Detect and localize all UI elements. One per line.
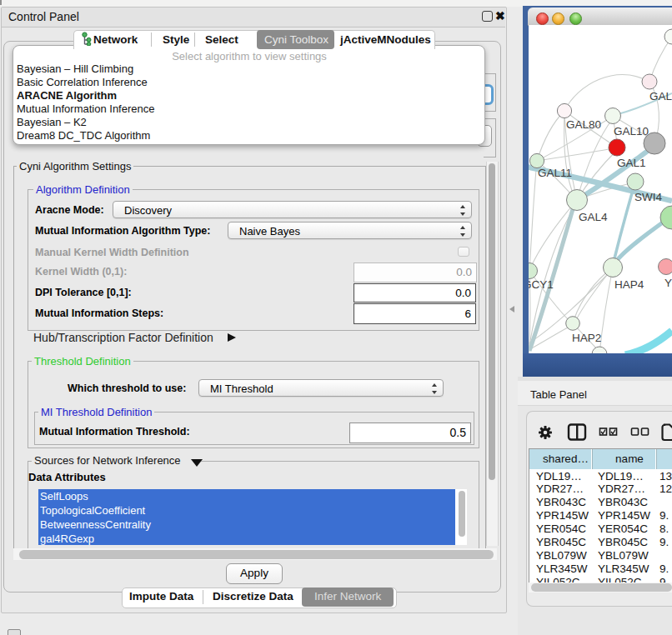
svg-text:GCY1: GCY1 — [529, 278, 554, 291]
svg-text:GAL11: GAL11 — [538, 167, 572, 179]
svg-text:GAL10: GAL10 — [614, 125, 649, 138]
svg-text:GAL80: GAL80 — [566, 118, 601, 131]
svg-text:GAL4: GAL4 — [579, 211, 608, 223]
svg-text:GAL1: GAL1 — [617, 157, 646, 169]
svg-text:HAP4: HAP4 — [614, 278, 644, 291]
svg-text:GAL: GAL — [649, 90, 672, 102]
svg-text:HAP2: HAP2 — [572, 332, 601, 344]
svg-text:SWI4: SWI4 — [634, 191, 662, 203]
svg-text:Y: Y — [664, 277, 672, 289]
